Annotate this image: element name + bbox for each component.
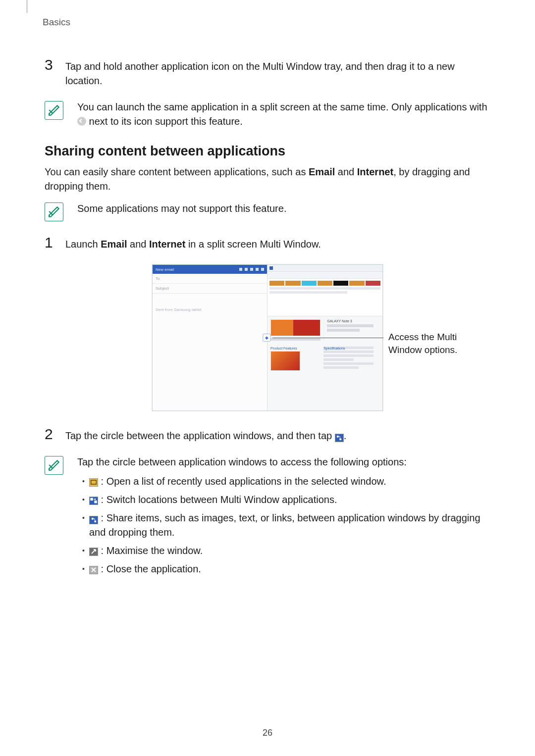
step-2-number: 2 (45, 427, 65, 443)
options-list: • : Open a list of recently used applica… (77, 474, 490, 576)
option-recent: • : Open a list of recently used applica… (77, 474, 490, 489)
note-options: Tap the circle between application windo… (45, 455, 490, 580)
svg-rect-6 (94, 520, 96, 522)
share-content-icon (335, 434, 344, 442)
page-content: Basics 3 Tap and hold another applicatio… (0, 0, 535, 600)
s1-internet: Internet (149, 239, 185, 250)
screenshot-browser-toolbar (268, 272, 382, 279)
s1-pre: Launch (65, 239, 101, 250)
screenshot-browser-tabbar (268, 265, 382, 272)
step-1-number: 1 (45, 235, 65, 252)
screenshot-email-subject: Subject (153, 284, 267, 294)
screenshot-browser-cards: GALAXY Note 3 (268, 316, 382, 344)
note-split-screen: You can launch the same application in a… (45, 100, 490, 129)
option-switch-text: : Switch locations between Multi Window … (98, 494, 337, 505)
note-support: Some applications may not support this f… (45, 202, 490, 221)
screenshot-email-to: To (153, 274, 267, 284)
svg-rect-1 (340, 438, 342, 440)
section-heading: Sharing content between applications (45, 144, 490, 159)
pencil-note-icon (48, 104, 60, 117)
screenshot-email-topbar-icons (239, 268, 264, 271)
intro-internet: Internet (357, 166, 393, 177)
step-1: 1 Launch Email and Internet in a split s… (45, 237, 490, 252)
step-3-number: 3 (45, 57, 65, 88)
intro-pre: You can easily share content between app… (45, 166, 309, 177)
option-share-text: : Share items, such as images, text, or … (89, 512, 481, 538)
note-options-lead: Tap the circle between application windo… (77, 455, 490, 469)
bullet: • (82, 513, 85, 540)
option-maximise: • : Maximise the window. (77, 544, 490, 558)
bullet: • (82, 476, 85, 489)
pencil-note-icon (48, 459, 60, 472)
screenshot-email-topbar: New email (153, 265, 267, 274)
option-switch: • : Switch locations between Multi Windo… (77, 493, 490, 507)
recent-apps-icon (89, 478, 98, 487)
pencil-note-icon (48, 205, 60, 218)
svg-rect-3 (90, 498, 93, 501)
intro-paragraph: You can easily share content between app… (45, 165, 490, 194)
svg-rect-5 (91, 518, 93, 520)
screenshot-email-body: Sent from Samsung tablet (153, 294, 267, 326)
switch-windows-icon (89, 497, 98, 505)
close-icon (89, 566, 98, 574)
step-3: 3 Tap and hold another application icon … (45, 59, 490, 88)
s2-pre: Tap the circle between the application w… (65, 430, 335, 441)
note-options-body: Tap the circle between application windo… (77, 455, 490, 580)
note-split-screen-text: You can launch the same application in a… (77, 100, 490, 129)
option-close-text: : Close the application. (98, 563, 201, 574)
bullet: • (82, 564, 85, 576)
multi-window-handle-icon: ◆ (263, 334, 270, 342)
page-number: 26 (0, 728, 535, 738)
screenshot-email-title: New email (156, 267, 174, 272)
screenshot-wrapper: New email To Subject Sent from Samsung t… (45, 264, 490, 411)
option-recent-text: : Open a list of recently used applicati… (98, 476, 386, 487)
step-1-text: Launch Email and Internet in a split scr… (65, 237, 490, 252)
share-content-icon (89, 516, 98, 524)
callout-line (272, 338, 383, 338)
screenshot-browser-bottom: Product Features Specifications (268, 344, 382, 374)
multi-instance-icon (77, 117, 86, 126)
breadcrumb: Basics (43, 17, 490, 28)
step-3-text: Tap and hold another application icon on… (65, 59, 490, 88)
option-share: • : Share items, such as images, text, o… (77, 511, 490, 540)
step-2: 2 Tap the circle between the application… (45, 429, 490, 443)
option-maximise-text: : Maximise the window. (98, 545, 203, 556)
s1-email: Email (101, 239, 127, 250)
svg-rect-2 (91, 480, 97, 484)
note-icon (45, 202, 63, 221)
intro-mid: and (335, 166, 357, 177)
screenshot-browser-hero (268, 279, 382, 316)
maximise-icon (89, 548, 98, 556)
note1-post: next to its icon support this feature. (89, 116, 243, 127)
s2-post: . (344, 430, 347, 441)
left-margin-line (27, 0, 27, 13)
svg-rect-4 (94, 501, 97, 503)
note-icon (45, 101, 63, 120)
option-close: • : Close the application. (77, 562, 490, 576)
svg-rect-0 (337, 436, 339, 438)
step-2-text: Tap the circle between the application w… (65, 429, 490, 443)
intro-email: Email (309, 166, 335, 177)
s1-mid: and (127, 239, 149, 250)
s1-post: in a split screen Multi Window. (185, 239, 321, 250)
bullet: • (82, 495, 85, 507)
bullet: • (82, 546, 85, 558)
note1-pre: You can launch the same application in a… (77, 101, 487, 112)
note-support-text: Some applications may not support this f… (77, 202, 490, 216)
note-icon (45, 456, 63, 475)
callout-text: Access the Multi Window options. (388, 331, 468, 356)
screenshot-email-pane: New email To Subject Sent from Samsung t… (153, 265, 268, 410)
